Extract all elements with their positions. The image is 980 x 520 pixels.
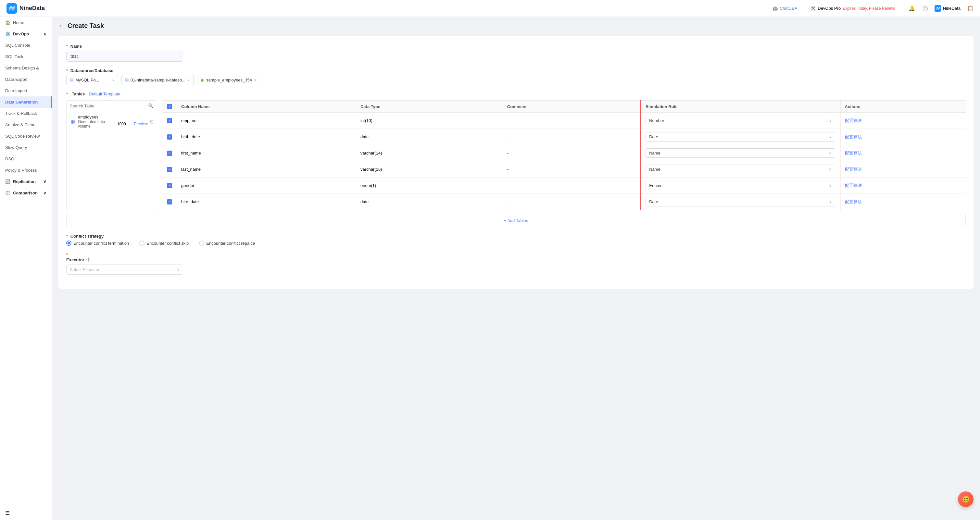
sidebar-item-policy-process[interactable]: Policy & Process xyxy=(0,165,52,176)
action-link-1[interactable]: 配置算法 xyxy=(845,134,862,139)
sidebar-label-sql-console: SQL Console xyxy=(5,43,30,48)
sim-rule-select-0[interactable]: Number ∨ xyxy=(646,116,835,125)
table-row: gender enum(1) - Enums ∨ 配置算法 xyxy=(162,178,966,194)
floating-avatar[interactable]: 😊 xyxy=(958,491,974,507)
select-all-header xyxy=(162,101,177,113)
conflict-label: * Conflict strategy xyxy=(66,234,966,239)
sidebar-label-archive-clean: Archive & Clean xyxy=(5,122,35,127)
logo[interactable]: NineData xyxy=(6,3,45,14)
executor-info-icon[interactable]: ⓘ xyxy=(86,257,90,262)
sim-rule-select-3[interactable]: Name ∨ xyxy=(646,165,835,174)
datasource-database-select[interactable]: ▣ sample_employees_354 ∨ xyxy=(197,75,260,85)
sidebar-label-track-rollback: Track & Rollback xyxy=(5,111,37,116)
action-link-0[interactable]: 配置算法 xyxy=(845,118,862,123)
sidebar-item-slow-query[interactable]: Slow Query xyxy=(0,142,52,153)
sidebar-item-sql-console[interactable]: SQL Console xyxy=(0,40,52,51)
action-link-5[interactable]: 配置算法 xyxy=(845,199,862,204)
sim-chev-icon-3: ∨ xyxy=(829,167,832,172)
volume-input[interactable] xyxy=(112,121,131,127)
action-link-2[interactable]: 配置算法 xyxy=(845,151,862,156)
row-checkbox-3[interactable] xyxy=(167,167,172,172)
conflict-radio-group: Encounter conflict termination Encounter… xyxy=(66,240,966,246)
conflict-field-group: * Conflict strategy Encounter conflict t… xyxy=(66,234,966,246)
sim-rule-select-2[interactable]: Name ∨ xyxy=(646,148,835,158)
table-row: emp_no int(10) - Number ∨ 配置算法 xyxy=(162,113,966,129)
select-all-checkbox[interactable] xyxy=(167,104,172,109)
sidebar-item-data-export[interactable]: Data Export xyxy=(0,74,52,85)
row-checkbox-cell xyxy=(162,161,177,178)
main-layout: 🏠 Home ⚙️ DevOps ∧ SQL Console SQL Task … xyxy=(0,17,980,520)
name-input[interactable] xyxy=(66,51,183,62)
simulation-rule-header: Simulation Rule xyxy=(641,101,840,113)
sidebar-label-policy-process: Policy & Process xyxy=(5,168,37,173)
sidebar-label-sql-task: SQL Task xyxy=(5,54,23,59)
tables-required: * xyxy=(66,92,68,96)
name-field-group: * Name xyxy=(66,44,966,62)
row-checkbox-0[interactable] xyxy=(167,118,172,123)
columns-panel: Column Name Data Type Comment Simulation… xyxy=(162,100,966,210)
sidebar-label-data-generation: Data Generation xyxy=(5,100,38,105)
radio-termination-dot xyxy=(66,240,72,246)
conflict-replace[interactable]: Encounter conflict repalce xyxy=(199,240,255,246)
chevron-down-executor-icon: ∨ xyxy=(177,267,180,272)
action-link-4[interactable]: 配置算法 xyxy=(845,183,862,188)
sidebar-bottom[interactable]: ☰ xyxy=(0,506,52,520)
tables-label: Tables xyxy=(72,92,85,96)
back-arrow[interactable]: ← xyxy=(59,22,64,29)
sim-rule-select-5[interactable]: Date ∨ xyxy=(646,197,835,207)
menu-icon: ☰ xyxy=(5,510,10,516)
home-icon: 🏠 xyxy=(5,20,10,25)
row-checkbox-1[interactable] xyxy=(167,134,172,140)
sidebar-item-data-import[interactable]: Data Import xyxy=(0,85,52,96)
notification-icon[interactable]: 🔔 xyxy=(908,5,915,12)
col-type-cell-4: enum(1) xyxy=(356,178,503,194)
sidebar-item-dsql[interactable]: DSQL xyxy=(0,153,52,165)
col-comment-cell-4: - xyxy=(503,178,641,194)
search-table-input[interactable] xyxy=(70,103,146,108)
chevron-down-comparison-icon: ∨ xyxy=(43,191,46,196)
name-label: * Name xyxy=(66,44,966,49)
conflict-termination[interactable]: Encounter conflict termination xyxy=(66,240,129,246)
help-icon[interactable]: ? xyxy=(921,5,928,12)
table-list-item[interactable]: ▦ employees Generated data volume: Previ… xyxy=(67,111,157,132)
devops-button[interactable]: 🛠️ DevOps Pro Expires Today, Please Rene… xyxy=(810,6,895,11)
sidebar-section-comparison[interactable]: ⚖️ Comparison ∨ xyxy=(0,187,52,199)
sidebar-item-track-rollback[interactable]: Track & Rollback xyxy=(0,108,52,119)
sidebar-item-home[interactable]: 🏠 Home xyxy=(0,17,52,28)
brand-button[interactable]: NineData xyxy=(935,5,961,12)
content-area: ← Create Task * Name * Datasource/Databa… xyxy=(52,17,980,520)
datasource-instance-select[interactable]: ⛁ 01-ninedata-sample-dataso... ∨ xyxy=(121,75,194,85)
row-checkbox-cell xyxy=(162,113,177,129)
sim-rule-select-4[interactable]: Enums ∨ xyxy=(646,181,835,190)
conflict-skip[interactable]: Encounter conflict skip xyxy=(139,240,189,246)
search-box: 🔍 xyxy=(67,101,157,111)
sidebar-item-archive-clean[interactable]: Archive & Clean xyxy=(0,119,52,130)
preview-link[interactable]: Preview xyxy=(134,122,148,126)
add-tables-button[interactable]: + Add Tables xyxy=(66,214,966,227)
user-icon[interactable]: 📋 xyxy=(967,5,974,12)
mysql-icon: ⛁ xyxy=(70,78,73,83)
chatdba-button[interactable]: 🤖 ChatDBA xyxy=(773,6,797,11)
executor-select[interactable]: Select Executor ∨ xyxy=(66,264,183,275)
copy-icon[interactable]: ⎘ xyxy=(150,119,153,124)
sidebar-item-data-generation[interactable]: Data Generation xyxy=(0,96,52,108)
sidebar-item-sql-code-review[interactable]: SQL Code Review xyxy=(0,130,52,142)
datasource-type-select[interactable]: ⛁ MySQL,Po... ∨ xyxy=(66,75,118,85)
default-template-link[interactable]: Default Template xyxy=(89,92,120,96)
row-checkbox-4[interactable] xyxy=(167,183,172,188)
row-checkbox-5[interactable] xyxy=(167,199,172,205)
sim-rule-select-1[interactable]: Date ∨ xyxy=(646,132,835,142)
executor-required: * xyxy=(66,252,68,257)
sidebar-item-sql-task[interactable]: SQL Task xyxy=(0,51,52,62)
action-link-3[interactable]: 配置算法 xyxy=(845,167,862,172)
sidebar-label-schema-design: Schema Design & xyxy=(5,65,39,70)
sidebar-item-schema-design[interactable]: Schema Design & xyxy=(0,62,52,74)
col-name-cell-5: hire_date xyxy=(177,194,356,210)
col-comment-cell-1: - xyxy=(503,129,641,145)
table-row: hire_date date - Date ∨ 配置算法 xyxy=(162,194,966,210)
sidebar-section-replication[interactable]: 🔄 Replication ∨ xyxy=(0,176,52,187)
row-checkbox-2[interactable] xyxy=(167,151,172,156)
name-required: * xyxy=(66,44,68,49)
sidebar-section-devops[interactable]: ⚙️ DevOps ∧ xyxy=(0,28,52,40)
sidebar-replication-label: Replication xyxy=(13,179,36,184)
